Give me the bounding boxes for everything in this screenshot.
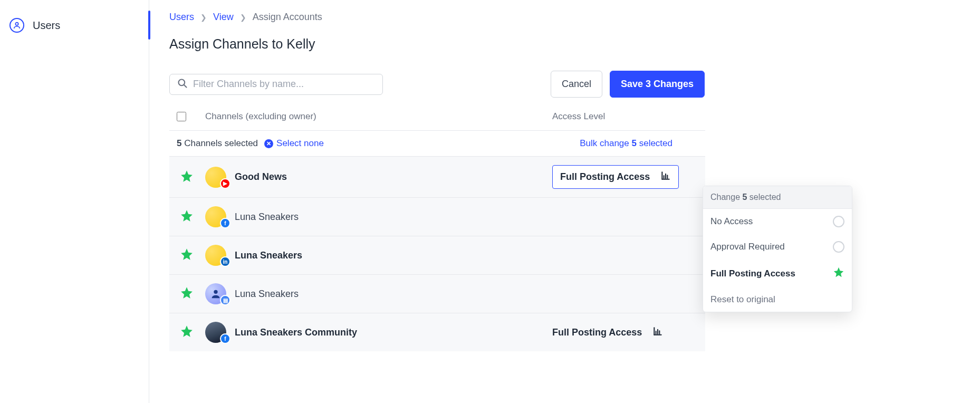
column-header-channels: Channels (excluding owner) bbox=[205, 111, 552, 122]
channel-name: Luna Sneakers bbox=[235, 212, 552, 223]
google-icon: ▤ bbox=[220, 295, 230, 305]
page-title: Assign Channels to Kelly bbox=[169, 36, 980, 52]
selection-bar: 5 Channels selected ✕ Select none Bulk c… bbox=[169, 131, 705, 156]
avatar: f bbox=[205, 206, 235, 227]
channel-rows: ▶Good NewsFull Posting AccessfLuna Sneak… bbox=[169, 156, 705, 351]
svg-point-0 bbox=[15, 23, 18, 25]
bar-chart-icon bbox=[660, 170, 671, 184]
selection-count: 5 Channels selected bbox=[177, 138, 258, 149]
access-level-label: Full Posting Access bbox=[552, 327, 642, 338]
bar-chart-icon bbox=[652, 326, 663, 339]
svg-line-2 bbox=[184, 84, 187, 87]
save-button[interactable]: Save 3 Changes bbox=[610, 71, 705, 98]
channel-name: Good News bbox=[235, 171, 552, 183]
dropdown-option-full[interactable]: Full Posting Access bbox=[703, 260, 852, 287]
avatar: f bbox=[205, 322, 235, 343]
table-row[interactable]: fLuna Sneakers bbox=[169, 197, 705, 236]
select-none-button[interactable]: ✕ Select none bbox=[264, 138, 324, 149]
chevron-right-icon: ❯ bbox=[200, 13, 207, 22]
table-header: Channels (excluding owner) Access Level bbox=[169, 111, 705, 131]
star-filled-icon bbox=[180, 286, 194, 302]
breadcrumb-current: Assign Accounts bbox=[253, 12, 322, 23]
star-filled-icon bbox=[833, 266, 844, 281]
avatar: ▤ bbox=[205, 283, 235, 304]
channel-name: Luna Sneakers bbox=[235, 250, 552, 261]
star-filled-icon bbox=[180, 169, 194, 185]
access-level-label: Full Posting Access bbox=[560, 171, 650, 183]
avatar: ▶ bbox=[205, 167, 235, 188]
breadcrumb-view[interactable]: View bbox=[213, 12, 234, 23]
dropdown-option-reset[interactable]: Reset to original bbox=[703, 287, 852, 312]
sidebar-item-label: Users bbox=[33, 20, 60, 32]
main-content: Users ❯ View ❯ Assign Accounts Assign Ch… bbox=[149, 0, 980, 403]
linkedin-icon: in bbox=[220, 256, 230, 267]
table-row[interactable]: inLuna Sneakers bbox=[169, 236, 705, 274]
user-icon bbox=[9, 18, 24, 33]
access-level-select[interactable]: Full Posting Access bbox=[552, 165, 679, 189]
avatar: in bbox=[205, 245, 235, 266]
chevron-right-icon: ❯ bbox=[240, 13, 246, 22]
sidebar: Users bbox=[0, 0, 149, 403]
dropdown-option-no-access[interactable]: No Access bbox=[703, 209, 852, 234]
access-level-dropdown: Change 5 selected No Access Approval Req… bbox=[703, 186, 852, 312]
search-box[interactable] bbox=[169, 74, 383, 95]
facebook-icon: f bbox=[220, 333, 230, 344]
close-circle-icon: ✕ bbox=[264, 139, 273, 148]
table-row[interactable]: ▶Good NewsFull Posting Access bbox=[169, 156, 705, 197]
channel-name: Luna Sneakers bbox=[235, 289, 552, 300]
table-row[interactable]: fLuna Sneakers CommunityFull Posting Acc… bbox=[169, 313, 705, 351]
select-all-checkbox[interactable] bbox=[177, 112, 186, 121]
cancel-button[interactable]: Cancel bbox=[551, 71, 602, 98]
breadcrumb: Users ❯ View ❯ Assign Accounts bbox=[169, 12, 980, 23]
breadcrumb-users[interactable]: Users bbox=[169, 12, 194, 23]
access-level-cell: Full Posting Access bbox=[552, 165, 698, 189]
sidebar-item-users[interactable]: Users bbox=[0, 13, 149, 38]
star-filled-icon bbox=[180, 324, 194, 340]
dropdown-header: Change 5 selected bbox=[703, 186, 852, 209]
bulk-change-link[interactable]: Bulk change 5 selected bbox=[580, 138, 672, 149]
column-header-access: Access Level bbox=[552, 111, 698, 122]
select-all-cell bbox=[177, 112, 205, 121]
channel-name: Luna Sneakers Community bbox=[235, 327, 552, 338]
toolbar: Cancel Save 3 Changes bbox=[169, 71, 980, 98]
access-level-cell: Full Posting Access bbox=[552, 326, 698, 339]
search-icon bbox=[177, 78, 188, 91]
facebook-icon: f bbox=[220, 218, 230, 228]
radio-empty-icon bbox=[833, 241, 844, 253]
search-input[interactable] bbox=[193, 79, 375, 90]
svg-point-8 bbox=[214, 290, 217, 294]
star-filled-icon bbox=[180, 209, 194, 225]
table-row[interactable]: ▤Luna Sneakers bbox=[169, 274, 705, 313]
dropdown-option-approval[interactable]: Approval Required bbox=[703, 234, 852, 260]
star-filled-icon bbox=[180, 247, 194, 263]
radio-empty-icon bbox=[833, 216, 844, 227]
youtube-icon: ▶ bbox=[220, 178, 230, 189]
